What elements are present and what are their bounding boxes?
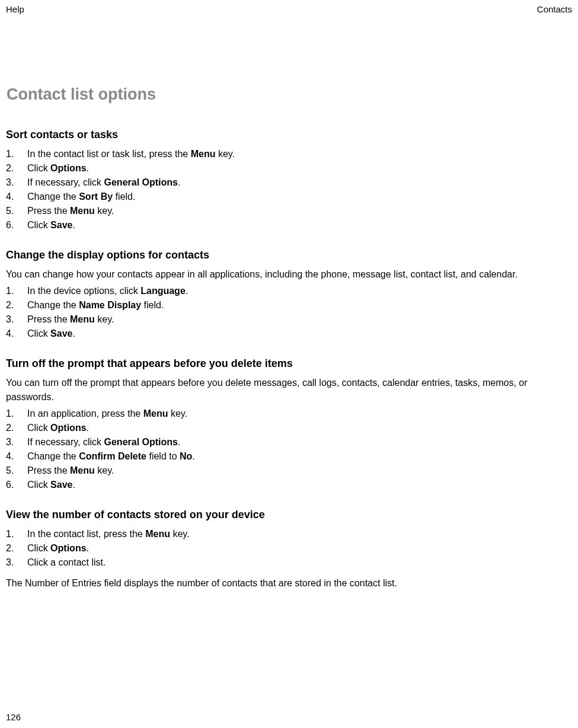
section-heading: Change the display options for contacts <box>6 249 572 261</box>
step-item: If necessary, click General Options. <box>6 435 572 449</box>
step-bold: Save <box>50 328 72 339</box>
step-bold: Options <box>50 543 86 553</box>
step-item: In the device options, click Language. <box>6 284 572 298</box>
step-text: In the contact list or task list, press … <box>27 149 191 159</box>
step-item: Change the Name Display field. <box>6 298 572 312</box>
step-text: If necessary, click <box>27 177 104 187</box>
step-bold: Options <box>50 163 86 173</box>
sections-container: Sort contacts or tasksIn the contact lis… <box>6 129 572 589</box>
step-bold: Sort By <box>79 191 113 202</box>
step-text: key. <box>95 314 114 324</box>
step-text: key. <box>170 529 190 539</box>
step-text: . <box>87 163 89 173</box>
section-heading: View the number of contacts stored on yo… <box>6 509 572 521</box>
step-text: key. <box>168 408 187 419</box>
step-item: In the contact list, press the Menu key. <box>6 527 572 541</box>
step-item: Click Options. <box>6 161 572 175</box>
step-text: In the contact list, press the <box>27 529 145 539</box>
section: Change the display options for contactsY… <box>6 249 572 341</box>
step-text: Click <box>27 423 50 433</box>
step-text: . <box>72 220 75 230</box>
step-text: field. <box>113 191 135 202</box>
header-right: Contacts <box>537 4 572 14</box>
step-text: Press the <box>27 314 70 324</box>
step-text: Click <box>27 543 50 553</box>
step-text: Press the <box>27 465 70 475</box>
step-text: field to <box>146 451 180 461</box>
step-bold: Save <box>50 480 72 490</box>
step-text: . <box>87 543 89 553</box>
step-bold: General Options <box>104 437 178 447</box>
step-bold: Menu <box>70 465 95 475</box>
step-text: key. <box>215 149 235 159</box>
step-item: Click Options. <box>6 421 572 435</box>
step-list: In an application, press the Menu key.Cl… <box>6 407 572 492</box>
step-bold: Options <box>50 423 86 433</box>
step-text: If necessary, click <box>27 437 104 447</box>
step-item: Click Save. <box>6 218 572 232</box>
step-item: Press the Menu key. <box>6 204 572 218</box>
header-row: Help Contacts <box>6 4 572 14</box>
step-bold: Menu <box>191 149 216 159</box>
step-text: key. <box>95 206 114 216</box>
step-item: In the contact list or task list, press … <box>6 147 572 161</box>
step-list: In the device options, click Language.Ch… <box>6 284 572 341</box>
step-bold: General Options <box>104 177 178 187</box>
step-bold: Menu <box>70 314 95 324</box>
step-text: Click a contact list. <box>27 557 106 567</box>
step-text: Click <box>27 220 50 230</box>
section: Turn off the prompt that appears before … <box>6 357 572 492</box>
step-item: Click a contact list. <box>6 555 572 570</box>
step-text: . <box>178 437 180 447</box>
step-item: Click Save. <box>6 478 572 492</box>
step-item: If necessary, click General Options. <box>6 175 572 190</box>
step-bold: Name Display <box>79 300 141 310</box>
step-text: Click <box>27 163 50 173</box>
step-bold: Language <box>140 286 186 296</box>
step-text: Press the <box>27 206 70 216</box>
step-item: Click Save. <box>6 327 572 341</box>
step-text: . <box>192 451 194 461</box>
step-item: In an application, press the Menu key. <box>6 407 572 421</box>
step-text: In an application, press the <box>27 408 143 419</box>
section-footer: The Number of Entries field displays the… <box>6 578 572 589</box>
page-title: Contact list options <box>7 85 572 104</box>
step-item: Press the Menu key. <box>6 464 572 478</box>
step-item: Change the Sort By field. <box>6 190 572 204</box>
step-text: In the device options, click <box>27 286 140 296</box>
step-bold: Menu <box>145 529 170 539</box>
step-text: Change the <box>27 191 79 202</box>
step-text: . <box>72 480 75 490</box>
step-text: key. <box>95 465 114 475</box>
section-heading: Sort contacts or tasks <box>6 129 572 141</box>
step-text: . <box>87 423 89 433</box>
step-bold: Menu <box>70 206 95 216</box>
step-text: Change the <box>27 300 79 310</box>
step-item: Change the Confirm Delete field to No. <box>6 449 572 464</box>
step-bold: Save <box>50 220 72 230</box>
step-text: Change the <box>27 451 79 461</box>
step-bold: No <box>180 451 192 461</box>
section-intro: You can change how your contacts appear … <box>6 267 572 282</box>
step-list: In the contact list, press the Menu key.… <box>6 527 572 570</box>
section-heading: Turn off the prompt that appears before … <box>6 357 572 370</box>
step-bold: Confirm Delete <box>79 451 146 461</box>
step-item: Click Options. <box>6 541 572 555</box>
step-text: . <box>186 286 188 296</box>
section-intro: You can turn off the prompt that appears… <box>6 376 572 404</box>
step-text: Click <box>27 480 50 490</box>
section: View the number of contacts stored on yo… <box>6 509 572 589</box>
step-bold: Menu <box>143 408 168 419</box>
header-left: Help <box>6 4 24 14</box>
step-item: Press the Menu key. <box>6 312 572 327</box>
step-text: field. <box>141 300 164 310</box>
step-text: . <box>72 328 75 339</box>
step-list: In the contact list or task list, press … <box>6 147 572 232</box>
step-text: . <box>178 177 180 187</box>
step-text: Click <box>27 328 50 339</box>
page-number: 126 <box>6 712 21 722</box>
section: Sort contacts or tasksIn the contact lis… <box>6 129 572 232</box>
